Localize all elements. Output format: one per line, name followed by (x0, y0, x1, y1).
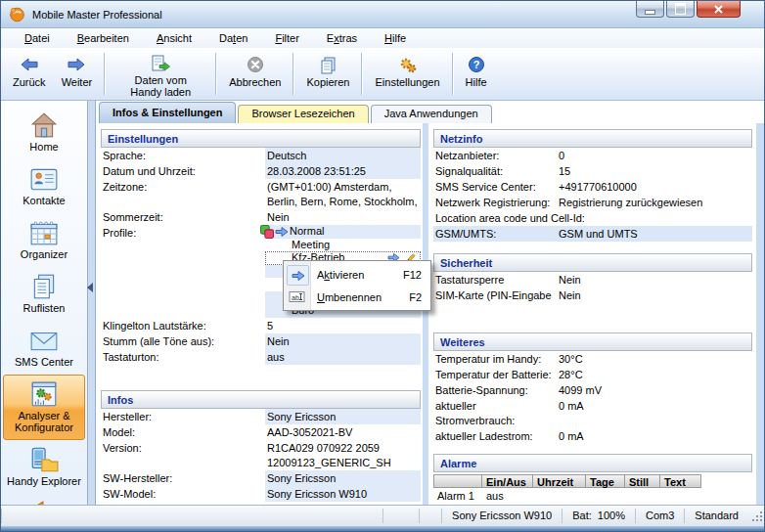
status-bar: Sony Ericsson W910 Bat: 100% Com3 Standa… (1, 505, 764, 526)
section-header-alarme: Alarme (433, 454, 752, 472)
call-lists-icon (29, 273, 59, 300)
app-logo-icon (9, 6, 25, 22)
netz-row: Location area code und Cell-Id: (433, 210, 752, 226)
sidebar-item-synchronisieren[interactable]: Synchronisieren (3, 494, 85, 505)
sidebar-splitter[interactable] (87, 101, 96, 505)
info-row: Version: R1CA029 070922 2059 12009123_GE… (101, 440, 421, 470)
close-button[interactable] (697, 1, 741, 18)
resize-grip[interactable] (750, 510, 764, 523)
forward-button[interactable]: Weiter (54, 50, 101, 98)
setting-row: Datum und Uhrzeit: 28.03.2008 23:51:25 (101, 163, 421, 179)
tab-infos-einstellungen[interactable]: Infos & Einstellungen (99, 102, 236, 123)
close-icon (713, 4, 724, 15)
shortcut-label: F12 (403, 269, 422, 281)
info-row: SW-Model: Sony Ericsson W910 (101, 486, 421, 502)
status-cell-empty (419, 509, 441, 523)
section-header-sicherheit: Sicherheit (433, 253, 752, 272)
help-button[interactable]: ? Hilfe (458, 50, 495, 98)
cancel-button[interactable]: Abbrechen (221, 50, 289, 98)
back-arrow-icon (20, 54, 39, 75)
weiteres-row: Temperatur im Handy: 30°C (433, 351, 752, 367)
menu-ansicht[interactable]: Ansicht (143, 30, 205, 46)
toolbar-separator (361, 53, 363, 95)
copy-button[interactable]: Kopieren (298, 50, 357, 98)
settings-button[interactable]: Einstellungen (367, 50, 447, 98)
section-header-netzinfo: Netzinfo (433, 129, 752, 148)
profile-item-meeting[interactable]: Meeting (265, 239, 421, 252)
settings-gears-icon (398, 54, 418, 75)
menu-extras[interactable]: Extras (313, 30, 371, 46)
sidebar-item-sms-center[interactable]: SMS Center (3, 321, 85, 375)
back-button[interactable]: Zurück (5, 50, 54, 98)
right-column: Netzinfo Netzanbieter: 0 Signalqualität:… (428, 123, 756, 505)
window-controls (636, 1, 741, 18)
info-row: Model: AAD-3052021-BV (101, 424, 421, 440)
organizer-icon (29, 219, 59, 246)
setting-row: Tastaturton: aus (101, 349, 421, 365)
help-icon: ? (468, 54, 485, 75)
menu-datei[interactable]: Datei (11, 30, 64, 46)
setting-row: Sommerzeit: Nein (101, 209, 421, 225)
envelope-icon (29, 327, 59, 354)
analyser-icon (29, 380, 59, 408)
menu-filter[interactable]: Filter (261, 30, 312, 46)
profile-item-normal[interactable]: Normal (265, 225, 421, 239)
tab-strip: Infos & Einstellungen Browser Lesezeiche… (96, 101, 764, 123)
profiles-icon (260, 225, 274, 239)
alarm-table-header: Ein/Aus Uhrzeit Tage Still Text (433, 474, 752, 488)
sidebar-item-home[interactable]: Home (3, 106, 85, 159)
netz-row-gsm-umts: GSM/UMTS: GSM und UMTS (433, 226, 752, 242)
section-header-infos: Infos (101, 390, 421, 409)
title-bar: Mobile Master Professional (1, 1, 764, 28)
toolbar: Zurück Weiter Daten vom Handy laden (1, 48, 764, 101)
info-row: SW-Hersteller: Sony Ericsson (101, 470, 421, 486)
window-title: Mobile Master Professional (32, 9, 162, 21)
app-window: Mobile Master Professional Datei Bearbei… (0, 0, 765, 532)
sidebar-item-organizer[interactable]: Organizer (3, 213, 85, 267)
right-edge-strip (756, 123, 764, 505)
menu-bearbeiten[interactable]: Bearbeiten (64, 30, 143, 46)
tab-java-anwendungen[interactable]: Java Anwendungen (371, 105, 492, 123)
tab-browser-lesezeichen[interactable]: Browser Lesezeichen (238, 105, 368, 123)
weiteres-row: aktueller Ladestrom: 0 mA (433, 428, 752, 444)
activate-arrow-icon (287, 265, 309, 286)
svg-text:ab: ab (292, 294, 299, 301)
copy-icon (319, 54, 338, 75)
svg-text:?: ? (472, 59, 479, 70)
toolbar-separator (292, 53, 294, 95)
menu-daten[interactable]: Daten (205, 30, 261, 46)
maximize-button[interactable] (666, 1, 695, 18)
contacts-icon (29, 165, 59, 193)
weiteres-row: aktueller Stromverbrauch: 0 mA (433, 398, 752, 428)
sidebar-item-handy-explorer[interactable]: Handy Explorer (3, 440, 85, 494)
left-column: Einstellungen Sprache: Deutsch Datum und… (96, 123, 423, 505)
menu-hilfe[interactable]: Hilfe (371, 30, 420, 46)
sidebar-item-analyser-konfigurator[interactable]: Analyser & Konfigurator (3, 375, 85, 440)
columns: Einstellungen Sprache: Deutsch Datum und… (96, 123, 764, 505)
collapse-arrow-icon[interactable] (87, 283, 93, 292)
rename-icon: ab (287, 288, 307, 306)
toolbar-separator (452, 53, 454, 95)
cancel-icon (247, 54, 264, 75)
weiteres-row: Batterie-Spannung: 4099 mV (433, 382, 752, 398)
netz-row: Netzwerk Registrierung: Registrierung zu… (433, 195, 752, 210)
load-from-phone-button[interactable]: Daten vom Handy laden (110, 50, 211, 98)
alarm-row-1[interactable]: Alarm 1 aus (433, 488, 752, 505)
context-menu-aktivieren[interactable]: Aktivieren F12 (284, 263, 430, 286)
sidebar-item-kontakte[interactable]: Kontakte (3, 159, 85, 213)
sidebar-item-ruflisten[interactable]: Ruflisten (3, 267, 85, 321)
load-from-phone-icon (150, 54, 171, 73)
shortcut-label: F2 (409, 291, 422, 303)
context-menu-umbenennen[interactable]: ab Umbenennen F2 (284, 286, 430, 308)
status-cell-empty (382, 509, 419, 523)
status-profile: Standard (684, 509, 748, 523)
toolbar-separator (215, 53, 217, 95)
active-profile-arrow-icon (275, 226, 289, 238)
setting-row: Stumm (alle Töne aus): Nein (101, 333, 421, 349)
forward-arrow-icon (67, 54, 86, 75)
weiteres-row: Temperatur der Batterie: 28°C (433, 367, 752, 382)
minimize-button[interactable] (636, 1, 664, 18)
status-battery: Bat: 100% (562, 509, 635, 523)
setting-row: Klingelton Lautstärke: 5 (101, 318, 421, 333)
menu-bar: Datei Bearbeiten Ansicht Daten Filter Ex… (1, 28, 764, 48)
